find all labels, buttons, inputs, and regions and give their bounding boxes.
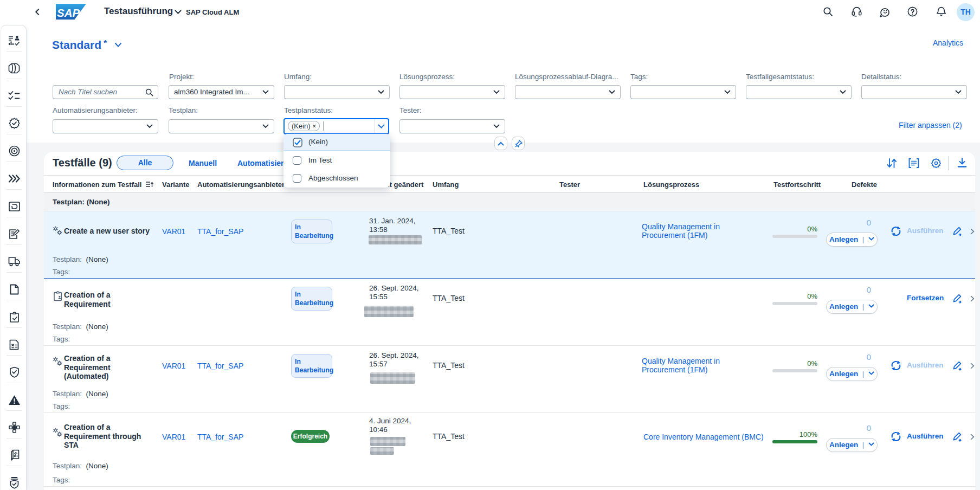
svg-text:SAP: SAP bbox=[57, 7, 80, 19]
